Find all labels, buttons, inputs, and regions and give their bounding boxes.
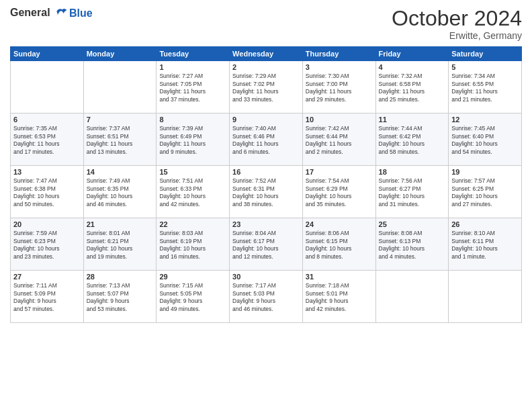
day-number: 28 — [87, 273, 154, 281]
day-number: 17 — [306, 168, 373, 176]
day-number: 12 — [451, 116, 519, 124]
calendar-cell: 2Sunrise: 7:29 AM Sunset: 7:02 PM Daylig… — [230, 61, 303, 113]
cell-content: Sunrise: 7:59 AM Sunset: 6:23 PM Dayligh… — [13, 230, 81, 261]
day-number: 19 — [451, 168, 519, 176]
month-title: October 2024 — [392, 7, 522, 30]
logo-text-general: General — [10, 7, 50, 18]
cell-content: Sunrise: 7:54 AM Sunset: 6:29 PM Dayligh… — [306, 177, 373, 208]
calendar-cell: 14Sunrise: 7:49 AM Sunset: 6:35 PM Dayli… — [83, 166, 157, 218]
cell-content: Sunrise: 7:18 AM Sunset: 5:01 PM Dayligh… — [306, 282, 373, 313]
day-header-monday: Monday — [83, 47, 157, 61]
calendar-cell: 31Sunrise: 7:18 AM Sunset: 5:01 PM Dayli… — [302, 271, 375, 323]
calendar-cell: 3Sunrise: 7:30 AM Sunset: 7:00 PM Daylig… — [302, 61, 375, 113]
day-number: 5 — [451, 63, 519, 71]
calendar-cell: 24Sunrise: 8:06 AM Sunset: 6:15 PM Dayli… — [302, 218, 375, 271]
logo-bird-icon — [54, 7, 68, 20]
week-row-5: 27Sunrise: 7:11 AM Sunset: 5:09 PM Dayli… — [11, 271, 522, 323]
calendar-cell — [83, 61, 157, 113]
cell-content: Sunrise: 7:11 AM Sunset: 5:09 PM Dayligh… — [13, 282, 81, 313]
week-row-1: 1Sunrise: 7:27 AM Sunset: 7:05 PM Daylig… — [11, 61, 522, 113]
day-number: 11 — [379, 116, 446, 124]
calendar-cell — [11, 61, 84, 113]
calendar-table: SundayMondayTuesdayWednesdayThursdayFrid… — [10, 46, 522, 323]
logo: General Blue — [10, 7, 93, 20]
calendar-cell: 21Sunrise: 8:01 AM Sunset: 6:21 PM Dayli… — [83, 218, 157, 271]
cell-content: Sunrise: 7:51 AM Sunset: 6:33 PM Dayligh… — [159, 177, 226, 208]
calendar-cell: 27Sunrise: 7:11 AM Sunset: 5:09 PM Dayli… — [11, 271, 84, 323]
day-number: 16 — [232, 168, 300, 176]
cell-content: Sunrise: 7:35 AM Sunset: 6:53 PM Dayligh… — [13, 125, 81, 156]
calendar-cell — [375, 271, 449, 323]
cell-content: Sunrise: 7:29 AM Sunset: 7:02 PM Dayligh… — [232, 73, 300, 103]
day-number: 10 — [306, 116, 373, 124]
day-number: 2 — [232, 63, 300, 71]
day-number: 3 — [306, 63, 373, 71]
day-number: 1 — [159, 63, 226, 71]
calendar-cell: 22Sunrise: 8:03 AM Sunset: 6:19 PM Dayli… — [157, 218, 230, 271]
calendar-cell: 15Sunrise: 7:51 AM Sunset: 6:33 PM Dayli… — [157, 166, 230, 218]
cell-content: Sunrise: 7:37 AM Sunset: 6:51 PM Dayligh… — [87, 125, 154, 156]
calendar-cell: 29Sunrise: 7:15 AM Sunset: 5:05 PM Dayli… — [157, 271, 230, 323]
calendar-cell: 30Sunrise: 7:17 AM Sunset: 5:03 PM Dayli… — [230, 271, 303, 323]
calendar-cell: 8Sunrise: 7:39 AM Sunset: 6:49 PM Daylig… — [157, 113, 230, 166]
calendar-cell: 17Sunrise: 7:54 AM Sunset: 6:29 PM Dayli… — [302, 166, 375, 218]
calendar-cell — [449, 271, 522, 323]
cell-content: Sunrise: 8:10 AM Sunset: 6:11 PM Dayligh… — [451, 230, 519, 261]
cell-content: Sunrise: 7:49 AM Sunset: 6:35 PM Dayligh… — [87, 177, 154, 208]
day-number: 20 — [13, 220, 81, 228]
calendar-cell: 13Sunrise: 7:47 AM Sunset: 6:38 PM Dayli… — [11, 166, 84, 218]
calendar-cell: 7Sunrise: 7:37 AM Sunset: 6:51 PM Daylig… — [83, 113, 157, 166]
day-number: 8 — [159, 116, 226, 124]
calendar-cell: 11Sunrise: 7:44 AM Sunset: 6:42 PM Dayli… — [375, 113, 449, 166]
calendar-cell: 28Sunrise: 7:13 AM Sunset: 5:07 PM Dayli… — [83, 271, 157, 323]
cell-content: Sunrise: 7:45 AM Sunset: 6:40 PM Dayligh… — [451, 125, 519, 156]
cell-content: Sunrise: 7:15 AM Sunset: 5:05 PM Dayligh… — [159, 282, 226, 313]
header-row: SundayMondayTuesdayWednesdayThursdayFrid… — [11, 47, 522, 61]
cell-content: Sunrise: 7:42 AM Sunset: 6:44 PM Dayligh… — [306, 125, 373, 156]
day-number: 15 — [159, 168, 226, 176]
cell-content: Sunrise: 7:13 AM Sunset: 5:07 PM Dayligh… — [87, 282, 154, 313]
cell-content: Sunrise: 8:01 AM Sunset: 6:21 PM Dayligh… — [87, 230, 154, 261]
week-row-2: 6Sunrise: 7:35 AM Sunset: 6:53 PM Daylig… — [11, 113, 522, 166]
day-number: 7 — [87, 116, 154, 124]
cell-content: Sunrise: 7:30 AM Sunset: 7:00 PM Dayligh… — [306, 73, 373, 103]
day-number: 26 — [451, 220, 519, 228]
day-number: 18 — [379, 168, 446, 176]
cell-content: Sunrise: 7:27 AM Sunset: 7:05 PM Dayligh… — [159, 73, 226, 103]
calendar-cell: 12Sunrise: 7:45 AM Sunset: 6:40 PM Dayli… — [449, 113, 522, 166]
calendar-cell: 9Sunrise: 7:40 AM Sunset: 6:46 PM Daylig… — [230, 113, 303, 166]
calendar-cell: 6Sunrise: 7:35 AM Sunset: 6:53 PM Daylig… — [11, 113, 84, 166]
day-header-saturday: Saturday — [449, 47, 522, 61]
cell-content: Sunrise: 7:44 AM Sunset: 6:42 PM Dayligh… — [379, 125, 446, 156]
page: General Blue October 2024 Erwitte, Germa… — [0, 0, 532, 411]
day-header-wednesday: Wednesday — [230, 47, 303, 61]
calendar-cell: 1Sunrise: 7:27 AM Sunset: 7:05 PM Daylig… — [157, 61, 230, 113]
day-number: 30 — [232, 273, 300, 281]
calendar-cell: 5Sunrise: 7:34 AM Sunset: 6:55 PM Daylig… — [449, 61, 522, 113]
day-number: 6 — [13, 116, 81, 124]
day-header-friday: Friday — [375, 47, 449, 61]
logo-text-blue: Blue — [69, 7, 93, 19]
cell-content: Sunrise: 7:40 AM Sunset: 6:46 PM Dayligh… — [232, 125, 300, 156]
calendar-cell: 10Sunrise: 7:42 AM Sunset: 6:44 PM Dayli… — [302, 113, 375, 166]
day-number: 4 — [379, 63, 446, 71]
calendar-cell: 18Sunrise: 7:56 AM Sunset: 6:27 PM Dayli… — [375, 166, 449, 218]
cell-content: Sunrise: 7:32 AM Sunset: 6:58 PM Dayligh… — [379, 73, 446, 103]
cell-content: Sunrise: 8:08 AM Sunset: 6:13 PM Dayligh… — [379, 230, 446, 261]
title-block: October 2024 Erwitte, Germany — [392, 7, 522, 41]
day-number: 23 — [232, 220, 300, 228]
day-number: 29 — [159, 273, 226, 281]
calendar-cell: 19Sunrise: 7:57 AM Sunset: 6:25 PM Dayli… — [449, 166, 522, 218]
week-row-4: 20Sunrise: 7:59 AM Sunset: 6:23 PM Dayli… — [11, 218, 522, 271]
cell-content: Sunrise: 7:34 AM Sunset: 6:55 PM Dayligh… — [451, 73, 519, 103]
day-number: 31 — [306, 273, 373, 281]
week-row-3: 13Sunrise: 7:47 AM Sunset: 6:38 PM Dayli… — [11, 166, 522, 218]
day-header-thursday: Thursday — [302, 47, 375, 61]
calendar-cell: 16Sunrise: 7:52 AM Sunset: 6:31 PM Dayli… — [230, 166, 303, 218]
day-number: 13 — [13, 168, 81, 176]
day-header-tuesday: Tuesday — [157, 47, 230, 61]
day-number: 21 — [87, 220, 154, 228]
day-number: 22 — [159, 220, 226, 228]
cell-content: Sunrise: 7:52 AM Sunset: 6:31 PM Dayligh… — [232, 177, 300, 208]
day-number: 9 — [232, 116, 300, 124]
